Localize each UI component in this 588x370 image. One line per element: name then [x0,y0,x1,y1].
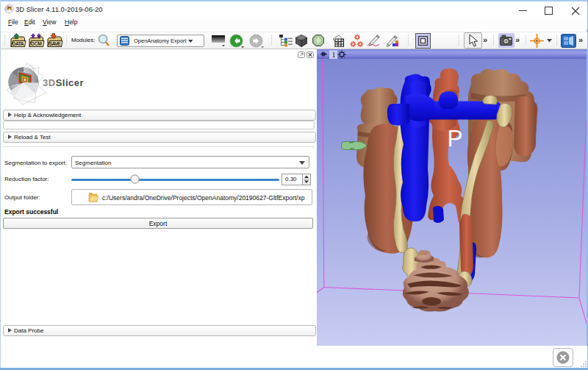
svg-text:1: 1 [332,51,336,59]
svg-text:P: P [448,125,463,152]
svg-text:DCM: DCM [31,41,42,46]
svg-text:SAVE: SAVE [49,41,61,46]
svg-text:DATA: DATA [12,41,24,46]
